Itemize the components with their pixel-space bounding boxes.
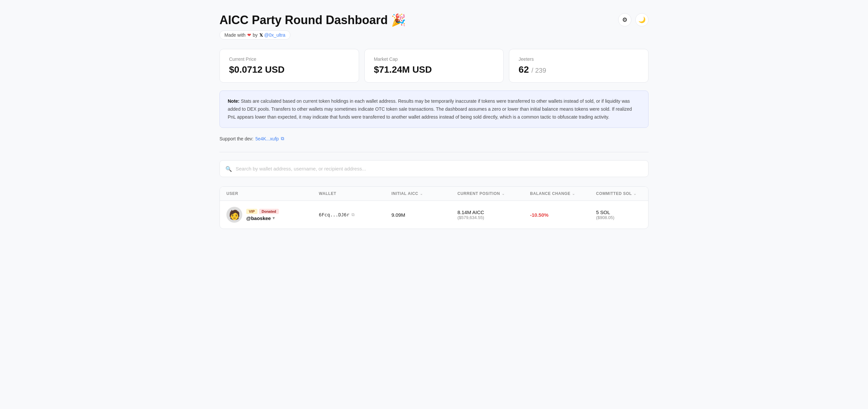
- current-price-card: Current Price $0.0712 USD: [219, 49, 359, 83]
- market-cap-label: Market Cap: [374, 57, 494, 62]
- settings-icon: ⚙: [622, 16, 627, 24]
- jeeters-value: 62 / 239: [519, 64, 639, 75]
- avatar: 🧑: [226, 207, 242, 223]
- heart-icon: ❤: [247, 32, 251, 38]
- sort-initial-aicc-icon[interactable]: ⌄: [420, 192, 423, 196]
- copy-address-icon[interactable]: ⧉: [281, 136, 284, 141]
- vip-badge: VIP: [246, 209, 257, 214]
- th-user: USER: [226, 191, 319, 196]
- copy-wallet-icon[interactable]: ⧉: [351, 212, 354, 217]
- sort-balance-change-icon[interactable]: ⌄: [572, 192, 575, 196]
- market-cap-value: $71.24M USD: [374, 64, 494, 75]
- table-row: 🧑 VIP Donated @baoskee ▾ 6Fcq...DJ6r ⧉: [220, 201, 648, 229]
- search-container: 🔍: [219, 160, 649, 177]
- header-actions: ⚙ 🌙: [618, 13, 649, 26]
- note-prefix: Note:: [228, 98, 240, 104]
- market-cap-card: Market Cap $71.24M USD: [364, 49, 504, 83]
- username-row[interactable]: @baoskee ▾: [246, 215, 279, 221]
- page-title: AICC Party Round Dashboard 🎉: [219, 13, 406, 27]
- settings-button[interactable]: ⚙: [618, 13, 631, 26]
- search-icon: 🔍: [225, 166, 232, 172]
- dark-mode-button[interactable]: 🌙: [635, 13, 649, 26]
- current-position-value: 8.14M AICC: [458, 209, 530, 215]
- wallet-address: 6Fcq...DJ6r: [319, 212, 349, 217]
- by-text: by: [253, 32, 258, 38]
- current-price-label: Current Price: [229, 57, 349, 62]
- user-badges: VIP Donated: [246, 209, 279, 214]
- wallet-cell: 6Fcq...DJ6r ⧉: [319, 212, 392, 217]
- current-position-cell: 8.14M AICC ($579,634.55): [458, 209, 530, 220]
- committed-sol-value: 5 SOL: [596, 209, 649, 215]
- current-price-value: $0.0712 USD: [229, 64, 349, 75]
- support-address: 5e4K...xufp: [255, 136, 279, 141]
- author-username[interactable]: @0x_ultra: [265, 32, 285, 38]
- th-committed-sol[interactable]: COMMITTED SOL ⌄: [596, 191, 649, 196]
- moon-icon: 🌙: [638, 16, 646, 24]
- made-with-prefix: Made with: [224, 32, 246, 38]
- support-row: Support the dev: 5e4K...xufp ⧉: [219, 136, 649, 141]
- sort-committed-sol-icon[interactable]: ⌄: [633, 192, 637, 196]
- current-position-usd: ($579,634.55): [458, 215, 530, 220]
- balance-change-cell: -10.50%: [530, 212, 596, 218]
- donated-badge: Donated: [259, 209, 279, 214]
- jeeters-label: Jeeters: [519, 57, 639, 62]
- x-logo: 𝕏: [259, 33, 263, 38]
- divider: [219, 152, 649, 152]
- balance-change-value: -10.50%: [530, 212, 596, 218]
- table-header: USER WALLET INITIAL AICC ⌄ CURRENT POSIT…: [220, 187, 648, 201]
- sort-current-position-icon[interactable]: ⌄: [502, 192, 505, 196]
- made-with-badge: Made with ❤ by 𝕏 @0x_ultra: [219, 30, 290, 40]
- table-container: USER WALLET INITIAL AICC ⌄ CURRENT POSIT…: [219, 186, 649, 229]
- th-initial-aicc[interactable]: INITIAL AICC ⌄: [392, 191, 458, 196]
- note-text: Stats are calculated based on current to…: [228, 98, 632, 120]
- committed-sol-usd: ($908.05): [596, 215, 649, 220]
- user-cell: 🧑 VIP Donated @baoskee ▾: [226, 207, 319, 223]
- note-box: Note: Stats are calculated based on curr…: [219, 90, 649, 128]
- initial-aicc-cell: 9.09M: [392, 212, 458, 218]
- initial-aicc-value: 9.09M: [392, 212, 458, 218]
- committed-sol-cell: 5 SOL ($908.05): [596, 209, 649, 220]
- th-wallet: WALLET: [319, 191, 392, 196]
- user-info: VIP Donated @baoskee ▾: [246, 209, 279, 221]
- avatar-image: 🧑: [229, 209, 240, 221]
- support-label: Support the dev:: [219, 136, 253, 141]
- stats-row: Current Price $0.0712 USD Market Cap $71…: [219, 49, 649, 83]
- th-balance-change[interactable]: BALANCE CHANGE ⌄: [530, 191, 596, 196]
- search-input[interactable]: [219, 160, 649, 177]
- expand-user-icon[interactable]: ▾: [273, 216, 275, 221]
- th-current-position[interactable]: CURRENT POSITION ⌄: [458, 191, 530, 196]
- jeeters-card: Jeeters 62 / 239: [509, 49, 649, 83]
- username-text: @baoskee: [246, 215, 271, 221]
